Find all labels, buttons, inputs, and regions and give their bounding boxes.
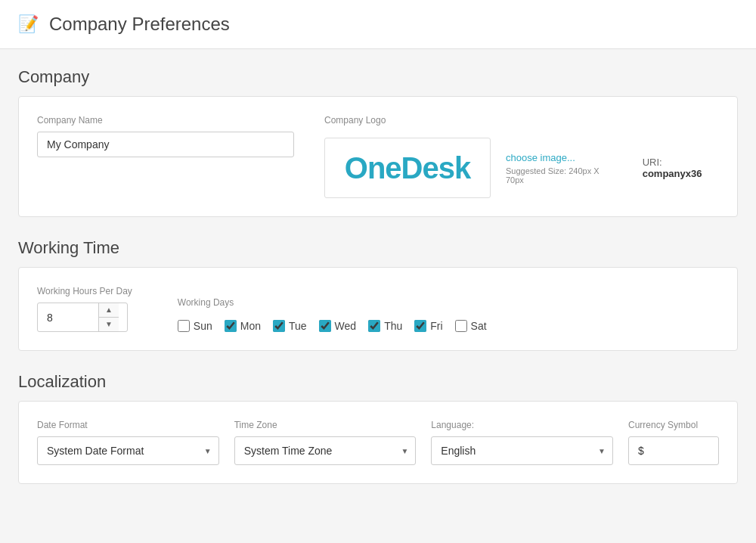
date-format-label: Date Format: [37, 420, 219, 430]
day-label-fri: Fri: [430, 320, 442, 332]
company-name-label: Company Name: [37, 115, 294, 126]
localization-card: Date Format System Date FormatMM/DD/YYYY…: [18, 401, 738, 484]
choose-image-link[interactable]: choose image...: [506, 152, 612, 163]
day-checkbox-sat[interactable]: [455, 320, 467, 332]
working-time-inner: Working Hours Per Day ▲ ▼ Working Days S…: [37, 286, 719, 332]
days-col: Working Days SunMonTueWedThuFriSat: [178, 297, 487, 332]
hours-col: Working Hours Per Day ▲ ▼: [37, 286, 132, 332]
day-checkbox-sun[interactable]: [178, 320, 190, 332]
currency-label: Currency Symbol: [628, 420, 719, 430]
days-label: Working Days: [178, 297, 487, 308]
day-item-sat: Sat: [455, 320, 487, 332]
language-col: Language: EnglishFrenchSpanishGerman ▼: [431, 420, 613, 465]
day-label-sun: Sun: [194, 320, 212, 332]
time-zone-col: Time Zone System Time ZoneUTCGMTESTPST ▼: [234, 420, 417, 465]
working-time-section-title: Working Time: [18, 238, 738, 258]
uri-label: URI:: [643, 157, 662, 168]
company-name-col: Company Name: [37, 115, 294, 157]
date-format-select[interactable]: System Date FormatMM/DD/YYYYDD/MM/YYYYYY…: [37, 436, 219, 465]
logo-actions: choose image... Suggested Size: 240px X …: [506, 152, 612, 185]
language-select-wrapper: EnglishFrenchSpanishGerman ▼: [431, 436, 613, 465]
currency-col: Currency Symbol: [628, 420, 719, 465]
page-title: Company Preferences: [49, 14, 230, 35]
localization-inner: Date Format System Date FormatMM/DD/YYYY…: [37, 420, 719, 465]
page-content: Company Company Name Company Logo OneDes…: [0, 49, 756, 523]
working-time-card: Working Hours Per Day ▲ ▼ Working Days S…: [18, 267, 738, 351]
page-header: 📝 Company Preferences: [0, 0, 756, 49]
spinner-buttons: ▲ ▼: [98, 303, 119, 331]
company-name-input[interactable]: [37, 132, 294, 157]
language-label: Language:: [431, 420, 613, 430]
day-item-thu: Thu: [368, 320, 402, 332]
logo-container: OneDesk: [324, 138, 491, 198]
language-select[interactable]: EnglishFrenchSpanishGerman: [431, 436, 613, 465]
date-format-col: Date Format System Date FormatMM/DD/YYYY…: [37, 420, 219, 465]
date-format-select-wrapper: System Date FormatMM/DD/YYYYDD/MM/YYYYYY…: [37, 436, 219, 465]
localization-section-title: Localization: [18, 372, 738, 392]
hours-label: Working Hours Per Day: [37, 286, 132, 296]
day-item-tue: Tue: [273, 320, 307, 332]
company-card-inner: Company Name Company Logo OneDesk choose…: [37, 115, 719, 198]
currency-input[interactable]: [628, 436, 719, 465]
suggested-size: Suggested Size: 240px X 70px: [506, 166, 612, 185]
day-label-tue: Tue: [289, 320, 307, 332]
day-checkbox-wed[interactable]: [319, 320, 331, 332]
hours-input-wrapper: ▲ ▼: [37, 303, 128, 332]
logo-label-container: Company Logo OneDesk choose image... Sug…: [324, 115, 719, 198]
company-section-title: Company: [18, 67, 738, 87]
day-item-mon: Mon: [225, 320, 261, 332]
day-item-sun: Sun: [178, 320, 212, 332]
page-header-icon: 📝: [18, 14, 39, 34]
day-label-sat: Sat: [471, 320, 487, 332]
day-checkbox-mon[interactable]: [225, 320, 237, 332]
time-zone-select[interactable]: System Time ZoneUTCGMTESTPST: [234, 436, 417, 465]
company-card: Company Name Company Logo OneDesk choose…: [18, 96, 738, 217]
time-zone-select-wrapper: System Time ZoneUTCGMTESTPST ▼: [234, 436, 417, 465]
hours-input[interactable]: [38, 306, 98, 330]
day-label-mon: Mon: [240, 320, 261, 332]
spinner-down-button[interactable]: ▼: [99, 318, 119, 331]
uri-info: URI: companyx36: [643, 157, 719, 179]
day-checkbox-thu[interactable]: [368, 320, 380, 332]
days-checkboxes: SunMonTueWedThuFriSat: [178, 320, 487, 332]
day-checkbox-fri[interactable]: [414, 320, 426, 332]
logo-text: OneDesk: [345, 151, 470, 185]
company-logo-label: Company Logo: [324, 115, 719, 126]
day-label-thu: Thu: [384, 320, 402, 332]
company-logo-col: Company Logo OneDesk choose image... Sug…: [324, 115, 719, 198]
day-checkbox-tue[interactable]: [273, 320, 285, 332]
spinner-up-button[interactable]: ▲: [99, 303, 119, 318]
day-label-wed: Wed: [335, 320, 357, 332]
time-zone-label: Time Zone: [234, 420, 417, 430]
day-item-fri: Fri: [414, 320, 442, 332]
day-item-wed: Wed: [319, 320, 357, 332]
uri-value: companyx36: [643, 168, 702, 179]
